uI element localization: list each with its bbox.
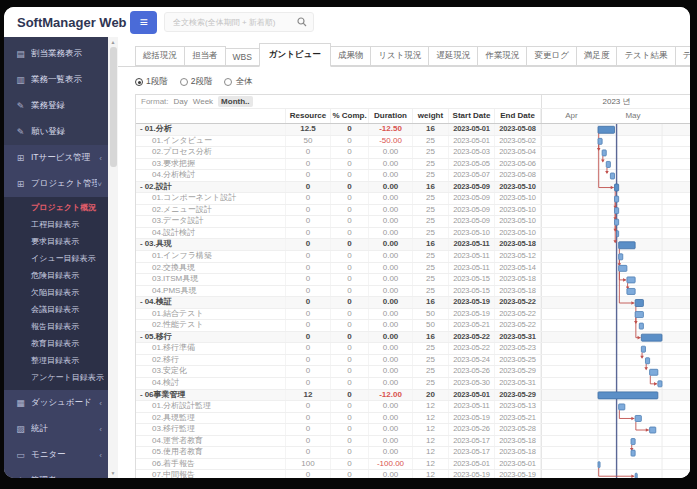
table-row[interactable]: -03.具現000.00162023-05-112023-05-18 — [136, 239, 690, 251]
tab-1[interactable]: 総括現況 — [135, 46, 185, 66]
tab-2[interactable]: 担当者 — [184, 46, 226, 66]
sidebar-subitem[interactable]: イシュー目録表示 — [4, 250, 108, 267]
sidebar-subitem[interactable]: アンケート目録表示 — [4, 369, 108, 386]
table-row[interactable]: 04.検討000.00252023-05-302023-05-31 — [136, 378, 690, 390]
tab-6[interactable]: リスト現況 — [370, 46, 429, 66]
sidebar-subitem[interactable]: 報告目録表示 — [4, 318, 108, 335]
sidebar-subitem[interactable]: プロジェクト概況 — [4, 199, 108, 216]
table-row[interactable]: 04.分析検討000.00252023-05-072023-05-08 — [136, 170, 690, 182]
sidebar-subitem[interactable]: 教育目録表示 — [4, 335, 108, 352]
collapse-toggle-icon[interactable]: - — [140, 390, 143, 399]
end-cell: 2023-05-28 — [495, 424, 541, 435]
tab-12[interactable]: テストシナリオ — [675, 46, 691, 66]
collapse-toggle-icon[interactable]: - — [140, 239, 143, 248]
table-row[interactable]: 04.運営者教育000.00122023-05-172023-05-18 — [136, 436, 690, 448]
table-row[interactable]: 02.プロセス分析000.00252023-05-032023-05-04 — [136, 147, 690, 159]
gantt-cell — [541, 228, 690, 239]
search-icon[interactable] — [297, 13, 307, 31]
start-cell: 2023-05-17 — [449, 436, 495, 447]
tab-9[interactable]: 変更ログ — [526, 46, 576, 66]
table-row[interactable]: 02.交換具現000.00252023-05-112023-05-14 — [136, 263, 690, 275]
format-option-day[interactable]: Day — [174, 97, 188, 106]
resource-cell: 0 — [286, 251, 331, 262]
table-row[interactable]: 01.インフラ構築000.00252023-05-112023-05-12 — [136, 251, 690, 263]
radio-icon[interactable] — [180, 78, 188, 86]
sidebar-subitem[interactable]: 要求目録表示 — [4, 233, 108, 250]
tab-10[interactable]: 満足度 — [576, 46, 618, 66]
tab-8[interactable]: 作業現況 — [477, 46, 527, 66]
table-row[interactable]: 01.移行準備000.00252023-05-222023-05-23 — [136, 343, 690, 355]
table-row[interactable]: 03.安定化000.00252023-05-262023-05-29 — [136, 366, 690, 378]
format-option-week[interactable]: Week — [193, 97, 213, 106]
table-row[interactable]: 02.メニュー設計000.00252023-05-092023-05-10 — [136, 205, 690, 217]
collapse-toggle-icon[interactable]: - — [140, 182, 143, 191]
radio-option-3[interactable]: 全体 — [224, 76, 252, 88]
sidebar-item-monitor[interactable]: ▭モニター‹ — [4, 442, 108, 468]
table-row[interactable]: 02.移行000.00252023-05-242023-05-25 — [136, 355, 690, 367]
sidebar-item-task-register[interactable]: ✎業務登録 — [4, 93, 108, 119]
sidebar-item-project-mgmt[interactable]: ⊞プロジェクト管理˅ — [4, 171, 108, 197]
format-option-month[interactable]: Month.. — [218, 96, 252, 107]
table-row[interactable]: 02.性能テスト000.00502023-05-212023-05-22 — [136, 320, 690, 332]
duration-cell: 0.00 — [369, 274, 413, 285]
table-row[interactable]: 06.着手報告1000-100.00122023-05-012023-05-01 — [136, 459, 690, 471]
table-row[interactable]: 01.コンポーネント設計000.00252023-05-092023-05-10 — [136, 193, 690, 205]
task-name: 03.ITSM具現 — [152, 274, 198, 283]
collapse-toggle-icon[interactable]: - — [140, 297, 143, 306]
weight-cell: 50 — [413, 309, 449, 320]
table-row[interactable]: 01.分析設計監理000.00122023-05-112023-05-13 — [136, 401, 690, 413]
tab-3[interactable]: WBS — [225, 48, 260, 66]
radio-icon[interactable] — [224, 78, 232, 86]
radio-option-2[interactable]: 2段階 — [180, 76, 213, 88]
table-row[interactable]: -01.分析12.50-12.50162023-05-012023-05-08 — [136, 124, 690, 136]
sidebar-subitem[interactable]: 整理目録表示 — [4, 352, 108, 369]
sidebar-item-dashboard[interactable]: ▦ダッシュボード‹ — [4, 390, 108, 416]
scrollbar-thumb[interactable] — [110, 47, 117, 167]
task-name-cell: 04.PMS具現 — [136, 286, 286, 297]
sidebar-item-request-register[interactable]: ✎願い登録 — [4, 119, 108, 145]
table-row[interactable]: -05.移行000.00162023-05-222023-05-31 — [136, 332, 690, 344]
table-row[interactable]: 01.結合テスト000.00502023-05-192023-05-22 — [136, 309, 690, 321]
table-row[interactable]: 07.中間報告000.00122023-05-192023-05-19 — [136, 470, 690, 478]
scroll-down-icon[interactable]: ▼ — [108, 470, 118, 476]
sidebar-subitem[interactable]: 欠陥目録表示 — [4, 284, 108, 301]
scroll-up-icon[interactable]: ▲ — [108, 39, 118, 45]
sidebar-scrollbar[interactable]: ▲ ▼ — [108, 37, 118, 478]
sidebar-item-statistics[interactable]: ▨統計‹ — [4, 416, 108, 442]
hamburger-menu-button[interactable]: ≡ — [130, 11, 157, 34]
table-row[interactable]: 03.移行監理000.00122023-05-262023-05-28 — [136, 424, 690, 436]
sidebar-subitem[interactable]: 工程目録表示 — [4, 216, 108, 233]
table-row[interactable]: 03.ITSM具現000.00252023-05-152023-05-18 — [136, 274, 690, 286]
table-row[interactable]: 03.要求把握000.00252023-05-052023-05-06 — [136, 159, 690, 171]
collapse-toggle-icon[interactable]: - — [140, 124, 143, 133]
duration-cell: 0.00 — [369, 447, 413, 458]
sidebar-item-it-service-mgmt[interactable]: ⊞ITサービス管理‹ — [4, 145, 108, 171]
table-row[interactable]: 04.PMS具現000.00252023-05-152023-05-18 — [136, 286, 690, 298]
sidebar-item-task-list[interactable]: ▥業務一覧表示 — [4, 67, 108, 93]
sidebar-subitem[interactable]: 危険目録表示 — [4, 267, 108, 284]
tab-11[interactable]: テスト結果 — [616, 46, 675, 66]
task-name-cell: 01.結合テスト — [136, 309, 286, 320]
table-row[interactable]: -06事業管理120-12.00202023-05-012023-05-29 — [136, 390, 690, 402]
end-cell: 2023-05-10 — [495, 228, 541, 239]
table-row[interactable]: 05.使用者教育000.00122023-05-172023-05-18 — [136, 447, 690, 459]
task-name: 07.中間報告 — [152, 470, 195, 478]
table-row[interactable]: 04.設計検討000.00252023-05-102023-05-10 — [136, 228, 690, 240]
tab-5[interactable]: 成果物 — [330, 46, 372, 66]
table-row[interactable]: 02.具現監理000.00122023-05-192023-05-21 — [136, 413, 690, 425]
table-row[interactable]: -04.検証000.00162023-05-192023-05-22 — [136, 297, 690, 309]
radio-option-1[interactable]: 1段階 — [135, 76, 168, 88]
sidebar-subitem[interactable]: 会議目録表示 — [4, 301, 108, 318]
radio-icon[interactable] — [135, 78, 143, 86]
end-cell: 2023-05-29 — [495, 390, 541, 401]
sidebar-item-admin[interactable]: ⚙管理者‹ — [4, 468, 108, 478]
search-input[interactable] — [171, 17, 293, 28]
gantt-cell — [541, 378, 690, 389]
collapse-toggle-icon[interactable]: - — [140, 332, 143, 341]
table-row[interactable]: -02.設計000.00162023-05-092023-05-10 — [136, 182, 690, 194]
sidebar-item-assigned-tasks[interactable]: ▤割当業務表示 — [4, 41, 108, 67]
table-row[interactable]: 03.データ設計000.00252023-05-092023-05-10 — [136, 216, 690, 228]
tab-4[interactable]: ガントビュー — [259, 43, 331, 67]
tab-7[interactable]: 遅延現況 — [428, 46, 478, 66]
table-row[interactable]: 01.インタビュー500-50.00252023-05-012023-05-02 — [136, 136, 690, 148]
